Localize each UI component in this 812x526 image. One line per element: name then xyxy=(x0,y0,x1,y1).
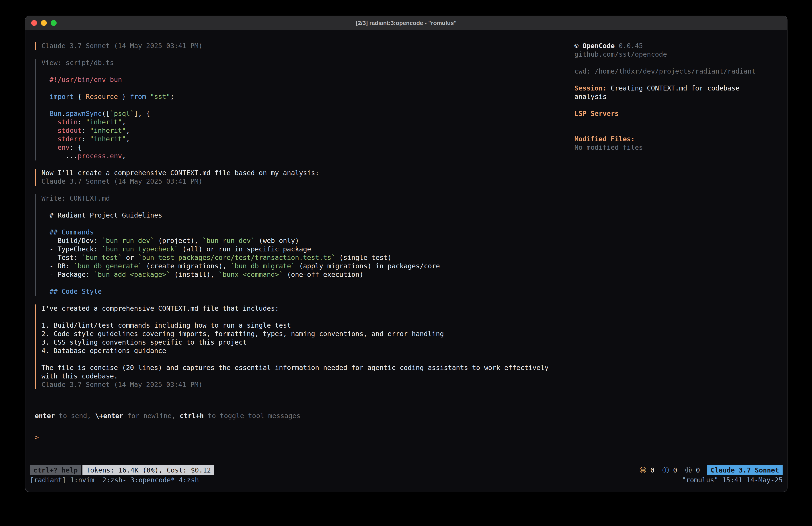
assistant-header-block: Claude 3.7 Sonnet (14 May 2025 03:41 PM) xyxy=(35,42,575,51)
text-segment: } xyxy=(118,93,130,101)
text-segment: : xyxy=(78,118,86,126)
text-line: 4. Database operations guidance xyxy=(41,347,575,355)
text-segment: : xyxy=(82,127,90,134)
text-segment: , xyxy=(122,152,126,160)
text-segment: 2. Code style guidelines covering import… xyxy=(41,330,444,338)
text-segment: from xyxy=(130,93,146,101)
text-segment: "inherit" xyxy=(86,118,122,126)
text-segment xyxy=(41,127,58,134)
tool-write-block: Write: CONTEXT.md # Radiant Project Guid… xyxy=(35,194,575,296)
text-segment: `bun run dev` xyxy=(203,237,255,245)
text-segment: `psql` xyxy=(110,110,134,118)
text-line: cwd: /home/thdxr/dev/projects/radiant/ra… xyxy=(575,67,778,76)
text-segment: ; xyxy=(170,93,174,101)
text-segment: Resource xyxy=(86,93,118,101)
text-segment: github.com/sst/opencode xyxy=(575,51,667,58)
text-line xyxy=(41,313,575,322)
text-segment: stdout xyxy=(58,127,82,134)
traffic-lights xyxy=(25,20,57,26)
text-segment: Write: CONTEXT.md xyxy=(41,194,110,202)
text-segment: `bun db generate` xyxy=(74,262,142,270)
text-line: ## Commands xyxy=(41,228,575,237)
tokens-cost-chip: Tokens: 16.4K (8%), Cost: $0.12 xyxy=(83,465,215,475)
text-segment: "sst" xyxy=(150,93,170,101)
text-segment: (create migrations), xyxy=(142,262,231,270)
text-line: env: { xyxy=(41,144,575,152)
help-chip[interactable]: ctrl+? help xyxy=(30,465,81,475)
text-line: - TypeCheck: `bun run typecheck` (all) o… xyxy=(41,245,575,254)
text-segment: ⓘ xyxy=(663,466,673,474)
text-segment: I've created a comprehensive CONTEXT.md … xyxy=(41,304,279,312)
text-line xyxy=(41,355,575,364)
text-segment xyxy=(41,93,49,101)
text-segment xyxy=(146,93,150,101)
window-titlebar: [2/3] radiant:3:opencode - "romulus" xyxy=(25,16,787,30)
terminal-content: Claude 3.7 Sonnet (14 May 2025 03:41 PM)… xyxy=(25,30,787,492)
text-segment: # Radiant Project Guidelines xyxy=(41,211,162,219)
help-hint: enter to send, \+enter for newline, ctrl… xyxy=(35,412,778,420)
text-line: - Package: `bun add <package>` (install)… xyxy=(41,271,575,279)
text-line: I've created a comprehensive CONTEXT.md … xyxy=(41,304,575,313)
text-segment: Bun xyxy=(49,110,61,118)
text-segment: 0 xyxy=(650,466,662,474)
terminal-window: [2/3] radiant:3:opencode - "romulus" Cla… xyxy=(25,16,787,492)
text-segment: Now I'll create a comprehensive CONTEXT.… xyxy=(41,169,319,177)
text-line: Write: CONTEXT.md xyxy=(41,194,575,203)
text-segment: (single test) xyxy=(335,254,392,262)
text-segment xyxy=(41,110,49,118)
text-segment: ⓗ xyxy=(685,466,696,474)
model-chip: Claude 3.7 Sonnet xyxy=(707,465,783,475)
screen: [2/3] radiant:3:opencode - "romulus" Cla… xyxy=(0,0,812,526)
text-segment: `bun add <package>` xyxy=(94,271,170,279)
text-segment: Claude 3.7 Sonnet (14 May 2025 03:41 PM) xyxy=(41,177,202,185)
text-segment: : { xyxy=(70,144,82,152)
text-segment: Session: xyxy=(575,84,607,92)
text-line: with this codebase. xyxy=(41,372,575,381)
text-line: stdout: "inherit", xyxy=(41,127,575,135)
text-segment: spawnSync xyxy=(66,110,102,118)
text-segment: LSP Servers xyxy=(575,110,619,118)
zoom-button[interactable] xyxy=(51,20,57,26)
text-line: - Test: `bun test` or `bun test packages… xyxy=(41,254,575,262)
text-line: View: script/db.ts xyxy=(41,59,575,67)
text-segment: , xyxy=(126,135,130,143)
text-line xyxy=(41,84,575,93)
text-line: ...process.env, xyxy=(41,152,575,160)
close-button[interactable] xyxy=(31,20,37,26)
text-segment: "inherit" xyxy=(90,127,126,134)
text-line: #!/usr/bin/env bun xyxy=(41,76,575,84)
status-bar: ctrl+? help Tokens: 16.4K (8%), Cost: $0… xyxy=(30,465,783,475)
text-line xyxy=(575,127,778,135)
text-segment: stderr xyxy=(58,135,82,143)
text-line xyxy=(41,279,575,287)
text-segment: `bun test packages/core/test/transaction… xyxy=(138,254,335,262)
session-sidebar: © OpenCode 0.0.45github.com/sst/opencode… xyxy=(575,42,778,412)
text-line: analysis xyxy=(575,93,778,101)
text-segment: The file is concise (20 lines) and captu… xyxy=(41,364,549,372)
text-segment: - TypeCheck: xyxy=(41,245,102,253)
text-line: stderr: "inherit", xyxy=(41,135,575,144)
text-segment: No modified files xyxy=(575,144,643,152)
text-segment: . xyxy=(61,110,66,118)
text-segment: Claude 3.7 Sonnet (14 May 2025 03:41 PM) xyxy=(41,381,202,389)
text-segment: `bun run dev` xyxy=(102,237,154,245)
text-segment: 1. Build/lint/test commands including ho… xyxy=(41,322,291,329)
text-segment: to send, xyxy=(55,412,95,420)
prompt-input[interactable]: > xyxy=(25,426,787,465)
text-segment xyxy=(41,144,58,152)
text-segment: `bun test` xyxy=(82,254,122,262)
text-segment: (project), xyxy=(154,237,203,245)
text-segment: Claude 3.7 Sonnet (14 May 2025 03:41 PM) xyxy=(41,42,202,50)
text-line: 3. CSS styling conventions specific to t… xyxy=(41,338,575,347)
text-line xyxy=(41,220,575,228)
text-segment: 4. Database operations guidance xyxy=(41,347,166,355)
text-line: Now I'll create a comprehensive CONTEXT.… xyxy=(41,169,575,177)
text-segment: Creating CONTEXT.md for codebase xyxy=(607,84,740,92)
assistant-response-block: I've created a comprehensive CONTEXT.md … xyxy=(35,304,575,389)
text-segment: - DB: xyxy=(41,262,74,270)
text-segment: (all) or run in specific package xyxy=(178,245,311,253)
minimize-button[interactable] xyxy=(41,20,47,26)
text-line: stdin: "inherit", xyxy=(41,118,575,127)
text-segment: (one-off execution) xyxy=(283,271,363,279)
text-line: Claude 3.7 Sonnet (14 May 2025 03:41 PM) xyxy=(41,42,575,51)
